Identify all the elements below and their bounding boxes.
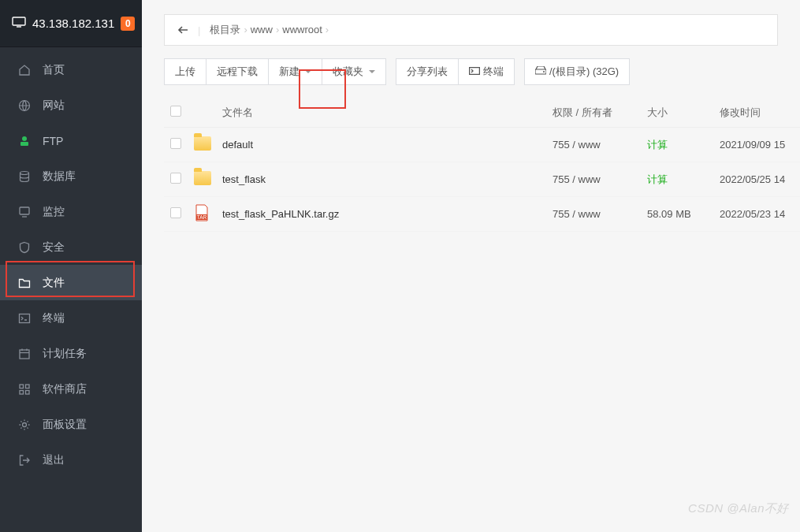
archive-icon: TAR [194,204,210,221]
sidebar-item-label: 监控 [43,205,65,219]
file-row[interactable]: TARtest_flask_PaHLNK.tar.gz755 / www58.0… [164,197,800,232]
sidebar-item-gear[interactable]: 面板设置 [0,407,142,442]
file-name[interactable]: default [222,139,553,151]
chevron-right-icon: › [326,24,329,35]
sidebar-item-shield[interactable]: 安全 [0,229,142,265]
disk-icon [535,66,546,78]
sidebar-item-label: 计划任务 [43,347,87,361]
sidebar-item-ftp[interactable]: FTP [0,123,142,158]
sidebar-item-label: 面板设置 [43,418,87,432]
svg-rect-0 [13,17,25,25]
svg-text:TAR: TAR [197,214,207,220]
file-name[interactable]: test_flask_PaHLNK.tar.gz [222,208,553,220]
sidebar-item-label: 文件 [43,276,65,290]
terminal-button[interactable]: 终端 [459,58,515,85]
folder-icon [194,171,211,185]
file-perm: 755 / www [553,208,647,220]
apps-icon [17,383,32,396]
terminal-icon [17,313,32,324]
file-list-header: 文件名 权限 / 所有者 大小 修改时间 [164,98,800,128]
col-header-name[interactable]: 文件名 [222,106,553,120]
sidebar-item-database[interactable]: 数据库 [0,158,142,194]
file-mtime: 2022/05/25 14 [720,173,800,185]
col-header-size[interactable]: 大小 [647,106,720,120]
file-row[interactable]: default755 / www计算2021/09/09 15 [164,128,800,162]
svg-rect-13 [20,385,24,389]
file-list: 文件名 权限 / 所有者 大小 修改时间 default755 / www计算2… [164,98,800,532]
watermark: CSDN @Alan不好 [688,501,789,516]
sidebar-item-label: 软件商店 [43,382,87,396]
col-header-perm[interactable]: 权限 / 所有者 [553,106,647,120]
chevron-down-icon [369,70,375,73]
sidebar-item-apps[interactable]: 软件商店 [0,371,142,407]
breadcrumb-item[interactable]: www [251,24,273,35]
calc-size-link[interactable]: 计算 [647,173,668,185]
row-checkbox[interactable] [170,207,181,218]
home-icon [17,64,32,76]
calendar-icon [17,348,32,360]
sidebar-item-label: 数据库 [43,169,76,184]
sidebar-item-label: 退出 [43,453,65,467]
file-mtime: 2021/09/09 15 [720,139,800,151]
file-perm: 755 / www [553,139,647,151]
sidebar-item-folder[interactable]: 文件 [0,265,142,300]
terminal-icon [469,66,480,77]
file-name[interactable]: test_flask [222,173,553,185]
folder-icon [194,136,211,151]
chevron-right-icon: › [276,24,279,35]
svg-rect-8 [20,314,30,322]
chevron-right-icon: › [244,24,247,35]
gear-icon [17,419,32,431]
col-header-mtime[interactable]: 修改时间 [720,106,800,120]
row-checkbox[interactable] [170,173,181,184]
file-row[interactable]: test_flask755 / www计算2022/05/25 14 [164,162,800,197]
svg-rect-16 [26,390,30,394]
share-list-button[interactable]: 分享列表 [396,58,459,85]
favorites-button[interactable]: 收藏夹 [322,58,386,85]
sidebar-header: 43.138.182.131 0 [0,0,142,47]
monitor-icon [17,206,32,218]
select-all-checkbox[interactable] [170,106,181,117]
notification-badge[interactable]: 0 [121,17,135,31]
sidebar-item-calendar[interactable]: 计划任务 [0,336,142,371]
file-mtime: 2022/05/23 14 [720,208,800,220]
toolbar: 上传 远程下载 新建 收藏夹 分享列表 终端 /(根目录) (32G) [164,58,778,85]
folder-icon [17,277,32,288]
chevron-down-icon [305,70,311,73]
sidebar: 43.138.182.131 0 首页网站FTP数据库监控安全文件终端计划任务软… [0,0,142,532]
sidebar-item-home[interactable]: 首页 [0,52,142,87]
svg-rect-9 [20,350,29,359]
calc-size-link[interactable]: 计算 [647,139,668,151]
sidebar-item-exit[interactable]: 退出 [0,442,142,478]
exit-icon [17,454,32,467]
shield-icon [17,241,32,254]
create-button[interactable]: 新建 [269,58,322,85]
server-ip-label: 43.138.182.131 [32,17,114,30]
breadcrumb-item[interactable]: 根目录 [210,24,240,35]
sidebar-item-label: 网站 [43,99,65,113]
sidebar-item-label: 首页 [43,63,65,77]
remote-download-button[interactable]: 远程下载 [207,58,269,85]
svg-rect-4 [20,142,28,146]
content-area: | 根目录›www›wwwroot› 上传 远程下载 新建 收藏夹 分享列表 终… [142,0,800,532]
svg-point-20 [543,71,545,73]
svg-rect-6 [20,207,29,214]
sidebar-item-label: FTP [43,135,63,147]
breadcrumb-back-button[interactable] [174,24,192,36]
sidebar-item-globe[interactable]: 网站 [0,87,142,123]
upload-button[interactable]: 上传 [164,58,207,85]
globe-icon [17,99,32,112]
sidebar-item-monitor[interactable]: 监控 [0,194,142,229]
svg-rect-14 [26,385,30,389]
breadcrumb-item[interactable]: wwwroot [282,24,322,35]
database-icon [17,170,32,183]
sidebar-item-label: 终端 [43,311,65,326]
sidebar-item-terminal[interactable]: 终端 [0,300,142,336]
disk-selector[interactable]: /(根目录) (32G) [524,58,630,85]
ftp-icon [17,135,32,147]
breadcrumb: | 根目录›www›wwwroot› [164,14,778,46]
row-checkbox[interactable] [170,138,181,149]
file-size: 58.09 MB [647,208,691,220]
svg-rect-18 [470,68,480,75]
svg-point-3 [22,136,27,141]
